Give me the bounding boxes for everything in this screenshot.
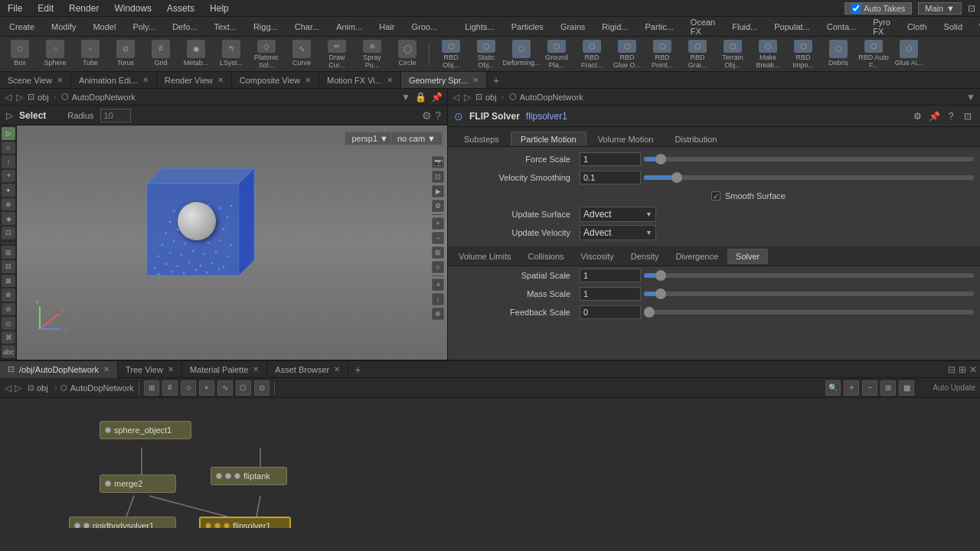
shelf-tool-rbd-glue[interactable]: ⬡ RBD Glue O... — [610, 38, 644, 70]
shelf-tool-static-obj[interactable]: ⬡ Static Obj... — [469, 38, 503, 70]
ne-align-icon[interactable]: ⊹ — [181, 380, 196, 396]
shelf-tool-drawcurve[interactable]: ✏ Draw Cur... — [320, 38, 354, 70]
vp-ctrl-fit-icon[interactable]: ⊞ — [432, 246, 444, 259]
tab-scene-view[interactable]: Scene View ✕ — [0, 72, 71, 89]
ne-badge-icon[interactable]: ⬡ — [236, 380, 251, 396]
mass-scale-input[interactable] — [580, 287, 641, 301]
ne-snap-icon[interactable]: ⌖ — [199, 380, 214, 396]
ne-nav-back-icon[interactable]: ◁ — [5, 383, 11, 393]
close-scene-view-icon[interactable]: ✕ — [57, 76, 63, 84]
toolbar-hair[interactable]: Hair — [374, 21, 399, 32]
toolbar-modify[interactable]: Modify — [47, 21, 80, 32]
velocity-smoothing-input[interactable] — [580, 171, 641, 184]
nav-dropdown-icon[interactable]: ▼ — [401, 92, 410, 103]
ne-fit-icon[interactable]: ⊞ — [880, 380, 896, 396]
shelf-tool-platonic[interactable]: ◇ Platonic Sol... — [250, 38, 283, 70]
bottom-tab-material[interactable]: Material Palette ✕ — [182, 361, 267, 378]
spatial-scale-slider[interactable] — [644, 273, 974, 278]
ne-wire-icon[interactable]: ∿ — [217, 380, 233, 396]
spatial-scale-input[interactable] — [580, 269, 641, 282]
shelf-tool-rbd-auto[interactable]: ⬡ RBD Auto F... — [857, 38, 890, 70]
toolbar-groo[interactable]: Groo... — [407, 21, 443, 32]
shelf-tool-sphere[interactable]: ○ Sphere — [38, 38, 72, 70]
solver-tab-particle-motion[interactable]: Particle Motion — [511, 132, 586, 146]
tool-t7-btn[interactable]: ⊡ — [2, 227, 15, 240]
expand-icon[interactable]: ⊡ — [968, 3, 975, 14]
tool-t15-btn[interactable]: abc — [2, 345, 15, 358]
params-nav-back-icon[interactable]: ◁ — [452, 92, 459, 103]
toolbar-cloth[interactable]: Cloth — [903, 21, 932, 32]
viewport-3d[interactable]: persp1 ▼ no cam ▼ 📷 ⊡ ▶ ⚙ + — [17, 126, 447, 360]
tool-t8-btn[interactable]: ⊞ — [2, 246, 15, 259]
bt-expand-icon[interactable]: ⊞ — [959, 364, 966, 375]
tab-geometry[interactable]: Geometry Spr... ✕ — [401, 72, 487, 89]
bottom-tab-add-icon[interactable]: + — [348, 362, 367, 377]
tool-select-btn[interactable]: ▷ — [2, 127, 15, 140]
tool-t6-btn[interactable]: ◈ — [2, 212, 15, 225]
node-rigidbodysolver1[interactable]: rigidbodysolver1 — [69, 517, 176, 528]
vp-ctrl-orient-icon[interactable]: ⊹ — [432, 261, 444, 273]
shelf-tool-rbd-pt[interactable]: ⬡ RBD Point... — [645, 38, 679, 70]
toolbar-partic[interactable]: Partic... — [641, 21, 678, 32]
vp-ctrl-display-icon[interactable]: ⊡ — [432, 171, 444, 183]
menu-item-help[interactable]: Help — [207, 3, 232, 14]
toolbar-conta[interactable]: Conta... — [822, 21, 861, 32]
tab-motion-fx[interactable]: Motion FX Vi... ✕ — [319, 72, 401, 89]
close-render-view-icon[interactable]: ✕ — [217, 76, 224, 84]
shelf-tool-rbd-obj[interactable]: ⬡ RBD Obj... — [434, 38, 468, 70]
close-autodop-tab-icon[interactable]: ✕ — [103, 365, 109, 373]
menu-item-render[interactable]: Render — [66, 3, 102, 14]
toolbar-anim[interactable]: Anim... — [332, 21, 367, 32]
main-dropdown[interactable]: Main ▼ — [918, 2, 962, 15]
auto-takes-button[interactable]: Auto Takes — [844, 2, 912, 15]
close-motion-fx-icon[interactable]: ✕ — [387, 76, 393, 84]
tool-t2-btn[interactable]: ↕ — [2, 155, 15, 168]
shelf-tool-rbd-frac[interactable]: ⬡ RBD Fract... — [575, 38, 609, 70]
tool-t11-btn[interactable]: ⊗ — [2, 289, 15, 302]
tool-t10-btn[interactable]: ⊠ — [2, 275, 15, 288]
close-geometry-icon[interactable]: ✕ — [472, 76, 479, 84]
tab-anim-edit[interactable]: Animation Edi... ✕ — [71, 72, 157, 89]
force-scale-slider[interactable] — [644, 157, 974, 161]
mass-scale-slider[interactable] — [644, 292, 974, 296]
shelf-tool-glue-ai[interactable]: ⬡ Glue Ai... — [892, 38, 926, 70]
bottom-tab-asset-browser[interactable]: Asset Browser ✕ — [267, 361, 348, 378]
ne-grid-icon[interactable]: # — [162, 380, 178, 396]
toolbar-rigg[interactable]: Rigg... — [249, 21, 283, 32]
tool-t14-btn[interactable]: ⌘ — [2, 331, 15, 344]
menu-item-windows[interactable]: Windows — [111, 3, 155, 14]
shelf-tool-grid[interactable]: # Grid — [144, 38, 178, 70]
tab-render-view[interactable]: Render View ✕ — [157, 72, 232, 89]
sub-tab-density[interactable]: Density — [623, 249, 667, 264]
toolbar-pyrofx[interactable]: Pyro FX — [868, 17, 895, 37]
tool-t13-btn[interactable]: ⊙ — [2, 317, 15, 330]
node-sphere-object1[interactable]: sphere_object1 — [100, 421, 191, 439]
vp-ctrl-render-icon[interactable]: ▶ — [432, 185, 444, 197]
menu-item-assets[interactable]: Assets — [164, 3, 198, 14]
tool-t5-btn[interactable]: ⊕ — [2, 198, 15, 211]
bottom-tab-autodop[interactable]: ⊡ /obj/AutoDopNetwork ✕ — [0, 361, 118, 378]
solver-tab-distribution[interactable]: Distribution — [665, 132, 727, 146]
solver-tab-substeps[interactable]: Substeps — [454, 132, 509, 146]
nav-lock-icon[interactable]: 🔒 — [415, 92, 426, 103]
vp-ctrl-t1-icon[interactable]: ⌖ — [432, 279, 444, 291]
shelf-tool-torus[interactable]: ⊙ Torus — [109, 38, 142, 70]
shelf-tool-lsyst[interactable]: ↰ LSyst... — [214, 38, 248, 70]
close-asset-tab-icon[interactable]: ✕ — [334, 365, 340, 373]
ne-zoom-out-icon[interactable]: − — [862, 380, 877, 396]
toolbar-particles[interactable]: Particles — [507, 21, 548, 32]
vp-ctrl-settings-icon[interactable]: ⚙ — [432, 200, 444, 212]
solver-help-icon[interactable]: ? — [945, 110, 957, 122]
bt-close-icon[interactable]: ✕ — [969, 364, 977, 375]
shelf-tool-metab[interactable]: ◉ Metab... — [179, 38, 213, 70]
vp-info-icon[interactable]: ? — [435, 109, 441, 122]
velocity-smoothing-slider[interactable] — [644, 175, 974, 180]
close-anim-edit-icon[interactable]: ✕ — [142, 76, 149, 84]
tab-add-icon[interactable]: + — [487, 73, 505, 88]
force-scale-input[interactable] — [580, 152, 641, 166]
tool-t12-btn[interactable]: ⊘ — [2, 303, 15, 316]
ne-zoom-in-icon[interactable]: + — [844, 380, 859, 396]
ne-highlight-icon[interactable]: ⊙ — [254, 380, 270, 396]
node-fliptank[interactable]: fliptank — [211, 467, 287, 485]
toolbar-defo[interactable]: Defo... — [168, 21, 201, 32]
